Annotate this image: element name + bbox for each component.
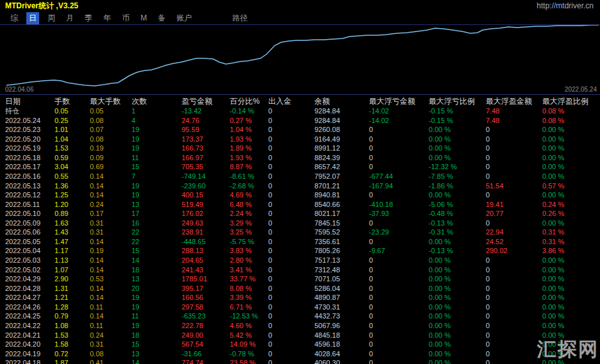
column-header: 最大手数 <box>90 97 132 106</box>
table-row[interactable]: 持仓0.050.051-13.42-0.14 %09284.84-14.02-0… <box>0 106 600 116</box>
table-row[interactable]: 2022.04.201.580.3115567.5414.09 %04596.1… <box>0 340 600 349</box>
menu-item-5[interactable]: 季 <box>82 12 95 24</box>
table-row[interactable]: 2022.05.231.010.071995.591.04 %09260.080… <box>0 125 600 135</box>
cell-pl: 222.78 <box>182 321 230 331</box>
cell-balance: 7071.05 <box>314 274 369 284</box>
table-row[interactable]: 2022.04.211.530.2418249.005.42 %04845.18… <box>0 331 600 340</box>
cell-pct: 3.39 % <box>230 293 268 302</box>
menu-item-3[interactable]: 周 <box>45 12 58 24</box>
cell-max_fl: 0 <box>369 135 429 144</box>
table-row[interactable]: 2022.04.181.870.4114774.7423.58 %04060.3… <box>0 358 600 364</box>
menu-item-9[interactable]: 备 <box>155 12 168 24</box>
table-row[interactable]: 2022.04.261.280.1119297.586.71 %04730.31… <box>0 302 600 312</box>
cell-count: 19 <box>132 181 182 191</box>
cell-max_fl: 0 <box>369 311 429 321</box>
cell-pl: 24.76 <box>182 116 230 126</box>
cell-date: 2022.04.19 <box>5 349 55 359</box>
cell-count: 14 <box>132 358 182 364</box>
app-url-link[interactable]: http://mtdriver.cn <box>536 1 594 10</box>
cell-pl: 238.91 <box>182 228 230 237</box>
cell-max_fl_pct: 0.00 % <box>429 311 486 321</box>
table-row[interactable]: 2022.05.041.170.1915288.133.83 %07805.26… <box>0 246 600 256</box>
cell-max_fp_pct: 0.00 % <box>542 172 600 181</box>
cell-pl: 166.73 <box>182 144 230 153</box>
cell-date: 2022.04.28 <box>5 284 55 294</box>
cell-max_fp: 22.94 <box>486 228 542 237</box>
cell-pl: 241.43 <box>182 265 230 275</box>
cell-io: 0 <box>268 181 314 191</box>
table-row[interactable]: 2022.05.180.590.0911166.971.93 %08824.39… <box>0 153 600 163</box>
cell-lots: 0.72 <box>55 349 90 359</box>
table-row[interactable]: 2022.04.271.210.1419160.563.39 %04890.87… <box>0 293 600 302</box>
table-row[interactable]: 2022.05.191.530.1919166.731.89 %08991.12… <box>0 144 600 153</box>
cell-max_fl: 0 <box>369 256 429 265</box>
table-row[interactable]: 2022.05.111.200.2413519.496.48 %08540.66… <box>0 200 600 210</box>
cell-date: 2022.05.20 <box>5 135 55 144</box>
table-row[interactable]: 2022.04.190.720.0813-31.66-0.78 %04028.6… <box>0 349 600 359</box>
cell-pl: 249.00 <box>182 331 230 340</box>
menu-item-10[interactable]: 账户 <box>174 12 194 24</box>
cell-max_lots: 0.09 <box>90 153 132 163</box>
cell-max_fp_pct: 0.31 % <box>542 237 600 247</box>
cell-pct: -12.53 % <box>230 311 268 321</box>
cell-date: 2022.05.18 <box>5 153 55 163</box>
table-row[interactable]: 2022.05.121.250.1419400.154.69 %08940.81… <box>0 190 600 200</box>
cell-max_fl: 0 <box>369 153 429 163</box>
column-header: 最大浮亏金额 <box>369 97 429 106</box>
table-row[interactable]: 2022.05.160.550.147-749.14-8.61 %07952.0… <box>0 172 600 181</box>
cell-date: 2022.05.02 <box>5 265 55 275</box>
cell-lots: 1.20 <box>55 200 90 210</box>
menu-item-11[interactable]: 路径 <box>230 12 250 24</box>
cell-balance: 9284.84 <box>314 106 369 116</box>
cell-max_fl_pct: -0.15 % <box>429 106 486 116</box>
cell-max_fp_pct: 0.00 % <box>542 311 600 321</box>
menu-item-6[interactable]: 年 <box>101 12 114 24</box>
cell-pct: 2.24 % <box>230 209 268 219</box>
table-row[interactable]: 2022.04.281.310.1420395.178.08 %05286.04… <box>0 284 600 294</box>
column-header: 次数 <box>132 97 182 106</box>
cell-count: 19 <box>132 135 182 144</box>
cell-max_fl: 0 <box>369 237 429 247</box>
table-row[interactable]: 2022.05.100.890.1717176.022.24 %08021.17… <box>0 209 600 219</box>
cell-max_fl_pct: 0.00 % <box>429 153 486 163</box>
cell-max_lots: 0.24 <box>90 331 132 340</box>
cell-date: 2022.05.17 <box>5 162 55 172</box>
menu-item-7[interactable]: 币 <box>119 12 132 24</box>
cell-io: 0 <box>268 246 314 256</box>
cell-max_fl_pct: 0.00 % <box>429 340 486 349</box>
cell-max_fl: 0 <box>369 331 429 340</box>
menu-item-8[interactable]: M <box>138 13 150 23</box>
cell-balance: 8991.12 <box>314 144 369 153</box>
cell-lots: 1.43 <box>55 228 90 237</box>
table-row[interactable]: 2022.05.131.360.1419-239.60-2.68 %08701.… <box>0 181 600 191</box>
cell-max_fp: 20.77 <box>486 209 542 219</box>
table-row[interactable]: 2022.05.240.250.08424.760.27 %09284.84-1… <box>0 116 600 126</box>
cell-lots: 1.28 <box>55 302 90 312</box>
app-title: MTDriver统计 ,V3.25 <box>5 1 78 12</box>
cell-count: 16 <box>132 219 182 228</box>
menu-item-1[interactable]: 综 <box>8 12 21 24</box>
table-row[interactable]: 2022.05.091.630.3116249.633.29 %07845.15… <box>0 219 600 228</box>
cell-lots: 1.63 <box>55 219 90 228</box>
stats-table: 日期手数最大手数次数盈亏金额百分比%出入金余额最大浮亏金额最大浮亏比例最大浮盈金… <box>0 97 600 364</box>
cell-max_fp: 24.52 <box>486 237 542 247</box>
table-row[interactable]: 2022.04.250.790.1411-635.23-12.53 %04432… <box>0 311 600 321</box>
cell-max_fp_pct: 0.57 % <box>542 181 600 191</box>
table-row[interactable]: 2022.05.061.430.3122238.913.25 %07595.52… <box>0 228 600 237</box>
menu-item-2[interactable]: 日 <box>26 12 39 24</box>
table-header: 日期手数最大手数次数盈亏金额百分比%出入金余额最大浮亏金额最大浮亏比例最大浮盈金… <box>0 97 600 106</box>
cell-pl: 166.97 <box>182 153 230 163</box>
table-row[interactable]: 2022.05.173.040.6915705.358.87 %08657.42… <box>0 162 600 172</box>
table-row[interactable]: 2022.04.292.900.53131785.0133.77 %07071.… <box>0 274 600 284</box>
table-row[interactable]: 2022.04.221.080.1119222.784.60 %05067.96… <box>0 321 600 331</box>
table-row[interactable]: 2022.05.051.470.1422-448.65-5.75 %07356.… <box>0 237 600 247</box>
table-row[interactable]: 2022.05.021.070.1418241.433.41 %07312.48… <box>0 265 600 275</box>
table-row[interactable]: 2022.05.201.040.0819173.371.93 %09164.49… <box>0 135 600 144</box>
table-row[interactable]: 2022.05.031.130.1414204.652.80 %07517.13… <box>0 256 600 265</box>
cell-max_fl_pct: 0.00 % <box>429 331 486 340</box>
cell-max_fl_pct: 0.00 % <box>429 274 486 284</box>
cell-date: 2022.05.24 <box>5 116 55 126</box>
cell-balance: 7595.52 <box>314 228 369 237</box>
menu-item-4[interactable]: 月 <box>64 12 76 24</box>
cell-lots: 1.87 <box>55 358 90 364</box>
